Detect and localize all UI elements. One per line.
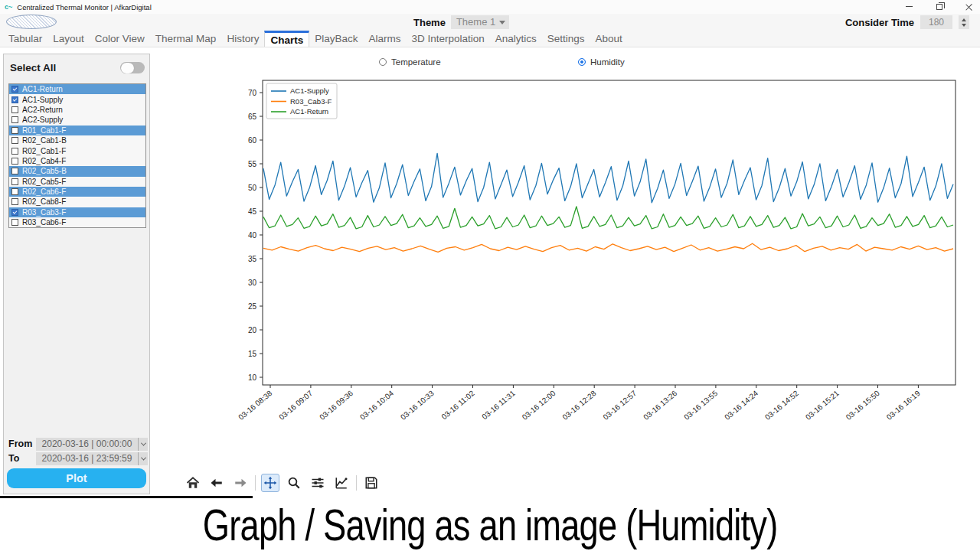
sensor-label: R02_Cab8-F	[22, 197, 66, 206]
y-tick-label: 40	[248, 231, 257, 240]
tab-charts[interactable]: Charts	[264, 31, 309, 47]
sensor-row[interactable]: R02_Cab5-B	[9, 166, 145, 176]
customize-axes-button[interactable]	[332, 474, 351, 492]
x-tick-label: 03-16 12:28	[561, 389, 598, 422]
sensor-row[interactable]: R02_Cab6-F	[9, 187, 145, 197]
from-datetime-select[interactable]: 2020-03-16 | 00:00:00	[36, 438, 138, 451]
minimize-icon	[906, 6, 913, 7]
sensor-row[interactable]: AC2-Supply	[9, 115, 145, 125]
back-arrow-icon	[210, 476, 224, 490]
app-icon: c~	[5, 3, 12, 11]
toolbar-separator	[255, 475, 256, 491]
close-button[interactable]	[964, 2, 974, 11]
x-tick-label: 03-16 14:24	[723, 389, 760, 422]
checkbox-icon[interactable]	[11, 178, 18, 185]
theme-select[interactable]: Theme 1	[451, 15, 509, 29]
y-tick-label: 70	[248, 89, 257, 97]
y-tick-label: 25	[248, 302, 257, 311]
checkbox-icon[interactable]	[11, 158, 18, 165]
checkbox-icon[interactable]	[11, 116, 18, 123]
y-tick-label: 35	[248, 255, 257, 263]
y-tick-label: 10	[248, 373, 257, 382]
sensor-row[interactable]: R03_Cab3-F	[9, 207, 145, 217]
x-tick-label: 03-16 11:02	[439, 389, 476, 422]
checkbox-checked-icon[interactable]	[11, 209, 18, 216]
from-dropdown-arrow[interactable]	[138, 438, 148, 451]
sensor-row[interactable]: R02_Cab1-F	[9, 145, 145, 155]
checkbox-icon[interactable]	[11, 106, 18, 113]
home-icon	[186, 476, 200, 490]
tab-bar: TabularLayoutColor ViewThermal MapHistor…	[0, 31, 980, 47]
checkbox-icon[interactable]	[11, 168, 18, 174]
chevron-down-icon	[140, 440, 145, 445]
consider-time-input[interactable]: 180	[920, 15, 952, 29]
sliders-icon	[311, 476, 325, 490]
pan-icon	[263, 476, 277, 490]
sensor-row[interactable]: R03_Cab6-F	[9, 217, 145, 227]
x-tick-label: 03-16 15:50	[844, 389, 881, 422]
tab-thermal-map[interactable]: Thermal Map	[150, 31, 222, 47]
tab-alarms[interactable]: Alarms	[363, 31, 406, 47]
checkbox-icon[interactable]	[11, 188, 18, 195]
zoom-button[interactable]	[285, 474, 303, 492]
select-all-toggle[interactable]	[120, 62, 145, 73]
chart-canvas[interactable]: 1015202530354045505560657003-16 08:3803-…	[184, 47, 980, 469]
tab-layout[interactable]: Layout	[47, 31, 90, 47]
sensor-sidebar: Select All AC1-ReturnAC1-SupplyAC2-Retur…	[3, 54, 150, 494]
save-figure-button[interactable]	[362, 474, 381, 492]
y-tick-label: 60	[248, 136, 257, 145]
x-tick-label: 03-16 13:55	[682, 389, 719, 422]
close-icon	[965, 3, 973, 11]
checkbox-checked-icon[interactable]	[11, 86, 18, 93]
x-tick-label: 03-16 09:07	[277, 389, 314, 422]
sensor-row[interactable]: R02_Cab4-F	[9, 156, 145, 166]
y-tick-label: 30	[248, 279, 257, 287]
y-tick-label: 45	[248, 207, 257, 216]
checkbox-icon[interactable]	[11, 219, 18, 226]
tab-analytics[interactable]: Analytics	[490, 31, 542, 47]
forward-button[interactable]	[231, 474, 250, 492]
consider-time-value: 180	[929, 17, 944, 28]
magnifier-icon	[287, 476, 301, 490]
pan-button[interactable]	[261, 474, 279, 492]
tab-settings[interactable]: Settings	[542, 31, 590, 47]
back-button[interactable]	[207, 474, 226, 492]
sensor-label: R03_Cab6-F	[22, 218, 66, 227]
maximize-button[interactable]	[934, 2, 944, 11]
checkbox-icon[interactable]	[11, 127, 18, 134]
sensor-label: R03_Cab3-F	[22, 208, 66, 217]
sensor-row[interactable]: R02_Cab5-F	[9, 177, 145, 187]
legend-label: R03_Cab3-F	[290, 97, 332, 106]
tab-about[interactable]: About	[590, 31, 628, 47]
title-bar: c~ Centralized Thermal Monitor | AfkarDi…	[0, 0, 980, 14]
home-button[interactable]	[184, 474, 202, 492]
tab-playback[interactable]: PlayBack	[309, 31, 363, 47]
y-tick-label: 65	[248, 112, 257, 121]
y-tick-label: 15	[248, 350, 257, 358]
checkbox-checked-icon[interactable]	[11, 96, 18, 103]
sensor-list: AC1-ReturnAC1-SupplyAC2-ReturnAC2-Supply…	[8, 83, 146, 228]
tab-tabular[interactable]: Tabular	[3, 31, 47, 47]
configure-subplots-button[interactable]	[309, 474, 327, 492]
y-tick-label: 20	[248, 326, 257, 334]
to-datetime-select[interactable]: 2020-03-16 | 23:59:59	[36, 452, 138, 465]
sensor-row[interactable]: AC2-Return	[9, 105, 145, 115]
tab-3d-interpolation[interactable]: 3D Interpolation	[406, 31, 489, 47]
sensor-row[interactable]: AC1-Return	[9, 84, 145, 94]
plot-button[interactable]: Plot	[7, 468, 146, 488]
consider-time-stepper[interactable]	[959, 15, 969, 29]
checkbox-icon[interactable]	[11, 148, 18, 155]
sensor-row[interactable]: R02_Cab1-B	[9, 135, 145, 145]
sensor-row[interactable]: R01_Cab1-F	[9, 126, 145, 135]
tab-history[interactable]: History	[221, 31, 264, 47]
sensor-row[interactable]: R02_Cab8-F	[9, 197, 145, 207]
minimize-button[interactable]	[904, 2, 914, 11]
tab-color-view[interactable]: Color View	[90, 31, 150, 47]
sensor-row[interactable]: AC1-Supply	[9, 94, 145, 104]
to-dropdown-arrow[interactable]	[138, 452, 148, 465]
consider-time-label: Consider Time	[845, 17, 914, 28]
checkbox-icon[interactable]	[11, 137, 18, 144]
checkbox-icon[interactable]	[11, 198, 18, 205]
sensor-label: R02_Cab5-F	[22, 178, 66, 186]
save-icon	[364, 476, 378, 490]
